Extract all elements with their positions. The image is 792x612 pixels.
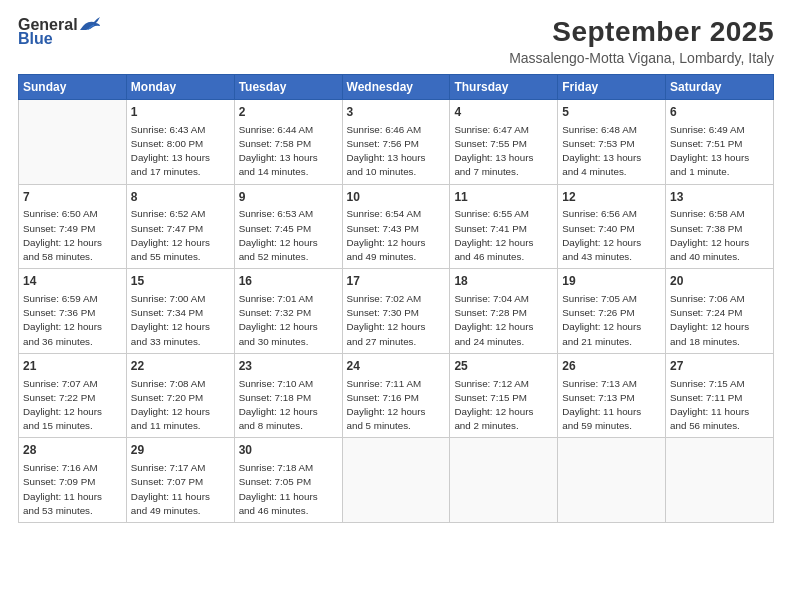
calendar-cell: 22Sunrise: 7:08 AMSunset: 7:20 PMDayligh… [126,353,234,438]
cell-content: Sunrise: 6:43 AMSunset: 8:00 PMDaylight:… [131,123,230,180]
calendar-cell: 19Sunrise: 7:05 AMSunset: 7:26 PMDayligh… [558,269,666,354]
day-number: 9 [239,189,338,206]
calendar-cell: 4Sunrise: 6:47 AMSunset: 7:55 PMDaylight… [450,100,558,185]
calendar-cell: 6Sunrise: 6:49 AMSunset: 7:51 PMDaylight… [666,100,774,185]
calendar-cell [342,438,450,523]
cell-content: Sunrise: 6:48 AMSunset: 7:53 PMDaylight:… [562,123,661,180]
weekday-header: Sunday [19,75,127,100]
day-number: 12 [562,189,661,206]
weekday-row: SundayMondayTuesdayWednesdayThursdayFrid… [19,75,774,100]
calendar-cell: 20Sunrise: 7:06 AMSunset: 7:24 PMDayligh… [666,269,774,354]
day-number: 13 [670,189,769,206]
day-number: 29 [131,442,230,459]
day-number: 4 [454,104,553,121]
day-number: 3 [347,104,446,121]
day-number: 23 [239,358,338,375]
weekday-header: Tuesday [234,75,342,100]
cell-content: Sunrise: 6:58 AMSunset: 7:38 PMDaylight:… [670,207,769,264]
cell-content: Sunrise: 6:53 AMSunset: 7:45 PMDaylight:… [239,207,338,264]
calendar-cell: 26Sunrise: 7:13 AMSunset: 7:13 PMDayligh… [558,353,666,438]
day-number: 30 [239,442,338,459]
calendar-week-row: 28Sunrise: 7:16 AMSunset: 7:09 PMDayligh… [19,438,774,523]
weekday-header: Monday [126,75,234,100]
calendar-cell: 29Sunrise: 7:17 AMSunset: 7:07 PMDayligh… [126,438,234,523]
cell-content: Sunrise: 7:08 AMSunset: 7:20 PMDaylight:… [131,377,230,434]
day-number: 17 [347,273,446,290]
weekday-header: Friday [558,75,666,100]
day-number: 5 [562,104,661,121]
cell-content: Sunrise: 7:11 AMSunset: 7:16 PMDaylight:… [347,377,446,434]
calendar-cell: 5Sunrise: 6:48 AMSunset: 7:53 PMDaylight… [558,100,666,185]
calendar-cell: 15Sunrise: 7:00 AMSunset: 7:34 PMDayligh… [126,269,234,354]
calendar-week-row: 21Sunrise: 7:07 AMSunset: 7:22 PMDayligh… [19,353,774,438]
day-number: 19 [562,273,661,290]
cell-content: Sunrise: 6:49 AMSunset: 7:51 PMDaylight:… [670,123,769,180]
calendar-subtitle: Massalengo-Motta Vigana, Lombardy, Italy [509,50,774,66]
calendar-cell: 9Sunrise: 6:53 AMSunset: 7:45 PMDaylight… [234,184,342,269]
weekday-header: Saturday [666,75,774,100]
logo: General Blue [18,16,100,48]
cell-content: Sunrise: 6:55 AMSunset: 7:41 PMDaylight:… [454,207,553,264]
cell-content: Sunrise: 6:52 AMSunset: 7:47 PMDaylight:… [131,207,230,264]
cell-content: Sunrise: 7:18 AMSunset: 7:05 PMDaylight:… [239,461,338,518]
calendar-cell: 2Sunrise: 6:44 AMSunset: 7:58 PMDaylight… [234,100,342,185]
calendar-cell: 25Sunrise: 7:12 AMSunset: 7:15 PMDayligh… [450,353,558,438]
cell-content: Sunrise: 6:56 AMSunset: 7:40 PMDaylight:… [562,207,661,264]
day-number: 7 [23,189,122,206]
day-number: 1 [131,104,230,121]
calendar-week-row: 1Sunrise: 6:43 AMSunset: 8:00 PMDaylight… [19,100,774,185]
cell-content: Sunrise: 7:16 AMSunset: 7:09 PMDaylight:… [23,461,122,518]
title-block: September 2025 Massalengo-Motta Vigana, … [509,16,774,66]
calendar-cell: 3Sunrise: 6:46 AMSunset: 7:56 PMDaylight… [342,100,450,185]
cell-content: Sunrise: 6:54 AMSunset: 7:43 PMDaylight:… [347,207,446,264]
calendar-cell: 14Sunrise: 6:59 AMSunset: 7:36 PMDayligh… [19,269,127,354]
logo-bird-icon [78,16,100,34]
cell-content: Sunrise: 6:59 AMSunset: 7:36 PMDaylight:… [23,292,122,349]
calendar-cell: 23Sunrise: 7:10 AMSunset: 7:18 PMDayligh… [234,353,342,438]
page: General Blue September 2025 Massalengo-M… [0,0,792,612]
calendar-cell: 8Sunrise: 6:52 AMSunset: 7:47 PMDaylight… [126,184,234,269]
cell-content: Sunrise: 6:46 AMSunset: 7:56 PMDaylight:… [347,123,446,180]
day-number: 15 [131,273,230,290]
calendar-cell: 21Sunrise: 7:07 AMSunset: 7:22 PMDayligh… [19,353,127,438]
day-number: 6 [670,104,769,121]
day-number: 22 [131,358,230,375]
calendar-cell: 24Sunrise: 7:11 AMSunset: 7:16 PMDayligh… [342,353,450,438]
cell-content: Sunrise: 7:15 AMSunset: 7:11 PMDaylight:… [670,377,769,434]
day-number: 8 [131,189,230,206]
day-number: 25 [454,358,553,375]
calendar-cell: 30Sunrise: 7:18 AMSunset: 7:05 PMDayligh… [234,438,342,523]
cell-content: Sunrise: 7:17 AMSunset: 7:07 PMDaylight:… [131,461,230,518]
day-number: 11 [454,189,553,206]
cell-content: Sunrise: 7:00 AMSunset: 7:34 PMDaylight:… [131,292,230,349]
calendar-title: September 2025 [509,16,774,48]
day-number: 14 [23,273,122,290]
calendar-header: SundayMondayTuesdayWednesdayThursdayFrid… [19,75,774,100]
calendar-week-row: 7Sunrise: 6:50 AMSunset: 7:49 PMDaylight… [19,184,774,269]
cell-content: Sunrise: 6:50 AMSunset: 7:49 PMDaylight:… [23,207,122,264]
calendar-cell [558,438,666,523]
day-number: 18 [454,273,553,290]
calendar-cell: 18Sunrise: 7:04 AMSunset: 7:28 PMDayligh… [450,269,558,354]
day-number: 10 [347,189,446,206]
calendar-cell: 17Sunrise: 7:02 AMSunset: 7:30 PMDayligh… [342,269,450,354]
cell-content: Sunrise: 7:04 AMSunset: 7:28 PMDaylight:… [454,292,553,349]
calendar-cell: 11Sunrise: 6:55 AMSunset: 7:41 PMDayligh… [450,184,558,269]
calendar-cell [666,438,774,523]
day-number: 21 [23,358,122,375]
calendar-cell: 13Sunrise: 6:58 AMSunset: 7:38 PMDayligh… [666,184,774,269]
day-number: 27 [670,358,769,375]
calendar-table: SundayMondayTuesdayWednesdayThursdayFrid… [18,74,774,523]
day-number: 26 [562,358,661,375]
calendar-cell: 27Sunrise: 7:15 AMSunset: 7:11 PMDayligh… [666,353,774,438]
cell-content: Sunrise: 7:02 AMSunset: 7:30 PMDaylight:… [347,292,446,349]
calendar-cell: 10Sunrise: 6:54 AMSunset: 7:43 PMDayligh… [342,184,450,269]
calendar-cell [19,100,127,185]
cell-content: Sunrise: 6:47 AMSunset: 7:55 PMDaylight:… [454,123,553,180]
cell-content: Sunrise: 6:44 AMSunset: 7:58 PMDaylight:… [239,123,338,180]
calendar-cell: 7Sunrise: 6:50 AMSunset: 7:49 PMDaylight… [19,184,127,269]
cell-content: Sunrise: 7:10 AMSunset: 7:18 PMDaylight:… [239,377,338,434]
cell-content: Sunrise: 7:07 AMSunset: 7:22 PMDaylight:… [23,377,122,434]
day-number: 16 [239,273,338,290]
calendar-cell: 16Sunrise: 7:01 AMSunset: 7:32 PMDayligh… [234,269,342,354]
